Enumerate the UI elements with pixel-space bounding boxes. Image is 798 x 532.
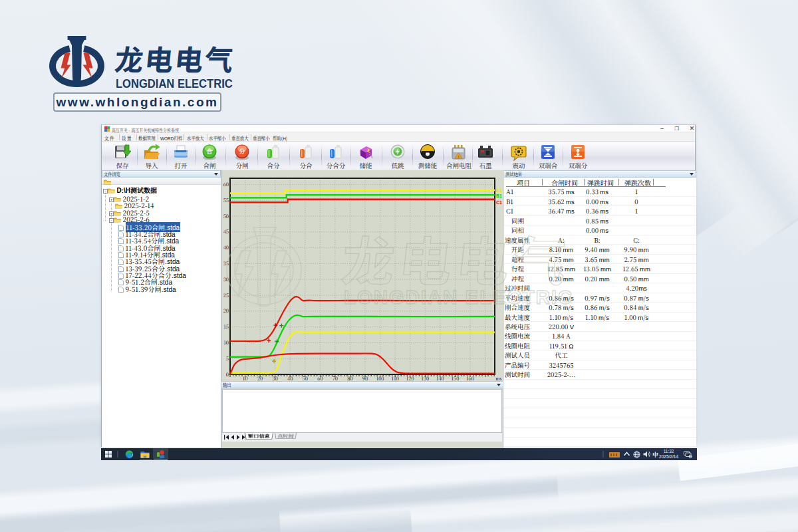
- svg-text:50: 50: [303, 374, 308, 382]
- svg-text:45: 45: [223, 227, 229, 235]
- svg-text:A1: A1: [496, 188, 502, 193]
- svg-text:10: 10: [243, 374, 248, 382]
- svg-text:140: 140: [436, 374, 444, 382]
- svg-text:5: 5: [226, 354, 229, 362]
- svg-text:40: 40: [287, 374, 293, 382]
- svg-text:50: 50: [223, 212, 229, 219]
- svg-text:130: 130: [421, 374, 429, 382]
- svg-text:90: 90: [362, 374, 368, 382]
- svg-text:15: 15: [223, 323, 229, 330]
- svg-text:25: 25: [223, 291, 229, 299]
- svg-text:分: 分: [238, 147, 245, 156]
- svg-text:60: 60: [317, 374, 323, 382]
- svg-text:55: 55: [223, 196, 229, 203]
- svg-text:B1: B1: [496, 194, 502, 198]
- svg-text:160: 160: [466, 374, 474, 382]
- svg-text:!: !: [458, 155, 460, 159]
- svg-text:30: 30: [273, 374, 278, 382]
- svg-text:120: 120: [406, 374, 414, 382]
- svg-text:ms: ms: [496, 374, 502, 382]
- svg-text:30: 30: [223, 275, 229, 283]
- svg-text:110: 110: [392, 374, 399, 382]
- svg-text:60: 60: [223, 180, 229, 188]
- svg-text:80: 80: [347, 374, 352, 382]
- svg-text:合: 合: [206, 147, 212, 156]
- svg-text:0: 0: [226, 370, 229, 378]
- svg-text:10: 10: [223, 338, 229, 346]
- svg-text:C1: C1: [496, 200, 502, 205]
- svg-text:100: 100: [376, 374, 384, 382]
- svg-text:40: 40: [223, 243, 229, 251]
- svg-text:20: 20: [257, 374, 263, 382]
- svg-text:70: 70: [332, 374, 338, 382]
- svg-text:35: 35: [223, 259, 229, 267]
- svg-text:20: 20: [223, 307, 229, 314]
- svg-text:150: 150: [451, 374, 459, 382]
